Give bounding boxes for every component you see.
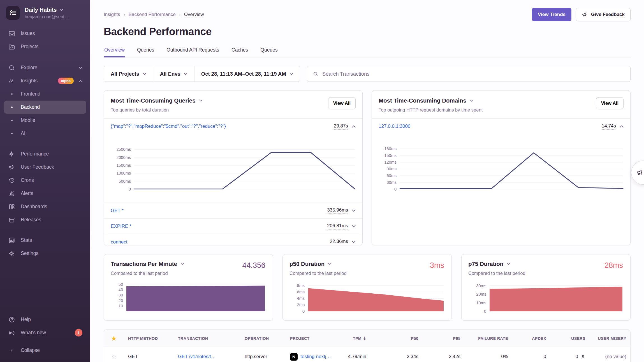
- query-row-expanded: {"map":"?","mapReduce":"$cmd","out":"?",…: [104, 119, 362, 134]
- chevron-down-icon: [184, 73, 187, 75]
- date-range-filter[interactable]: Oct 28, 11:13 AM–Oct 28, 11:19 AM: [194, 66, 300, 82]
- sidebar-item-crons[interactable]: Crons: [4, 174, 86, 187]
- project-filter-label: All Projects: [111, 71, 139, 77]
- breadcrumb: Insights › Backend Performance › Overvie…: [104, 12, 204, 18]
- breadcrumb-insights[interactable]: Insights: [104, 12, 120, 17]
- query-duration: 22.36ms: [330, 239, 348, 245]
- projects-icon: [8, 43, 16, 50]
- alpha-badge: alpha: [58, 78, 74, 84]
- search-input[interactable]: [322, 71, 625, 77]
- search-icon: [313, 71, 318, 77]
- transaction-search[interactable]: [307, 66, 631, 82]
- sidebar-item-performance[interactable]: Performance: [4, 147, 86, 161]
- domain-duration-toggle[interactable]: 14.74s: [602, 123, 624, 130]
- nextjs-platform-icon: N: [290, 353, 298, 361]
- sidebar-item-help[interactable]: Help: [4, 313, 86, 326]
- queries-view-all-button[interactable]: View All: [328, 97, 356, 109]
- view-trends-button[interactable]: View Trends: [532, 8, 571, 21]
- org-email: benjamin.coe@sent…: [25, 14, 69, 19]
- svg-text:20: 20: [119, 298, 123, 303]
- chevron-down-icon: [143, 73, 146, 75]
- svg-text:30ms: 30ms: [476, 284, 486, 288]
- svg-text:30ms: 30ms: [387, 180, 397, 185]
- p75-card-value: 28ms: [604, 261, 623, 270]
- query-duration-toggle[interactable]: 206.81ms: [327, 223, 356, 229]
- queries-duration-chart: 2500ms2000ms1500ms1000ms500ms0: [107, 143, 356, 191]
- query-duration-toggle[interactable]: 335.96ms: [327, 207, 356, 214]
- star-icon[interactable]: ☆: [104, 353, 124, 360]
- sidebar-collapse-button[interactable]: Collapse: [4, 344, 86, 357]
- query-link[interactable]: GET *: [111, 208, 124, 214]
- star-icon[interactable]: ★: [104, 335, 124, 342]
- p75-card-title-group[interactable]: p75 Duration: [468, 261, 624, 267]
- chevron-down-icon: [470, 99, 473, 102]
- project-link[interactable]: testing-nextj…: [300, 354, 331, 359]
- sidebar-item-ai[interactable]: AI: [4, 127, 86, 140]
- user-icon: [580, 354, 585, 359]
- svg-text:500ms: 500ms: [119, 179, 131, 184]
- sidebar-item-whats-new[interactable]: What's new 1: [4, 326, 86, 339]
- p75-duration-card: p75 Duration Compared to the last period…: [461, 254, 631, 321]
- svg-text:20ms: 20ms: [476, 292, 486, 296]
- sidebar-item-projects[interactable]: Projects: [4, 40, 86, 53]
- gear-icon: [8, 250, 16, 257]
- megaphone-icon: [582, 11, 588, 18]
- chevron-down-icon: [352, 225, 356, 228]
- sidebar-item-label: Frontend: [21, 91, 40, 97]
- chevron-up-icon: [79, 80, 82, 82]
- domains-panel-title-group[interactable]: Most Time-Consuming Domains: [379, 97, 483, 104]
- query-link[interactable]: {"map":"?","mapReduce":"$cmd","out":"?",…: [111, 124, 226, 129]
- query-row: EXPIRE * 206.81ms: [104, 218, 362, 234]
- project-filter[interactable]: All Projects: [104, 66, 153, 82]
- p50-card-title-group[interactable]: p50 Duration: [289, 261, 445, 267]
- sidebar-item-backend[interactable]: Backend: [4, 101, 86, 114]
- col-tpm-sort[interactable]: TPM: [339, 336, 370, 341]
- sidebar-item-explore[interactable]: Explore: [4, 61, 86, 74]
- table-header-row: ★ HTTP METHOD TRANSACTION OPERATION PROJ…: [104, 330, 630, 347]
- tab-queues[interactable]: Queues: [260, 45, 278, 57]
- breadcrumb-backend-performance[interactable]: Backend Performance: [129, 12, 176, 17]
- sidebar-item-issues[interactable]: Issues: [4, 27, 86, 40]
- sidebar-item-mobile[interactable]: Mobile: [4, 114, 86, 127]
- sidebar-item-settings[interactable]: Settings: [4, 247, 86, 260]
- chevron-down-icon: [199, 99, 203, 102]
- transactions-per-minute-card: Transactions Per Minute Compared to the …: [104, 254, 273, 321]
- svg-text:6ms: 6ms: [297, 290, 305, 294]
- environment-filter[interactable]: All Envs: [153, 66, 194, 82]
- query-row: connect 22.36ms: [104, 234, 362, 245]
- sidebar-item-frontend[interactable]: Frontend: [4, 87, 86, 101]
- tab-bar: Overview Queries Outbound API Requests C…: [104, 45, 631, 57]
- sidebar-item-insights[interactable]: Insights alpha: [4, 74, 86, 87]
- query-duration-toggle[interactable]: 22.36ms: [330, 239, 356, 245]
- svg-text:8ms: 8ms: [297, 283, 305, 288]
- query-link[interactable]: connect: [111, 239, 128, 245]
- query-duration-toggle[interactable]: 29.87s: [334, 123, 356, 130]
- chevron-down-icon: [289, 73, 293, 75]
- sidebar-item-dashboards[interactable]: Dashboards: [4, 200, 86, 213]
- sidebar-item-label: Projects: [21, 44, 38, 50]
- chevron-down-icon: [352, 209, 356, 212]
- tab-caches[interactable]: Caches: [231, 45, 249, 57]
- tab-queries[interactable]: Queries: [136, 45, 155, 57]
- sidebar-item-label: Releases: [21, 217, 41, 223]
- archive-box-icon: [8, 216, 16, 224]
- sidebar-item-alerts[interactable]: Alerts: [4, 187, 86, 200]
- sidebar-item-stats[interactable]: Stats: [4, 234, 86, 247]
- sidebar-item-releases[interactable]: Releases: [4, 213, 86, 226]
- sidebar-item-user-feedback[interactable]: User Feedback: [4, 161, 86, 174]
- cell-transaction-link[interactable]: GET /v1/notes/t…: [174, 354, 241, 359]
- bar-chart-icon: [8, 237, 16, 244]
- tab-outbound-api-requests[interactable]: Outbound API Requests: [166, 45, 220, 57]
- domain-link[interactable]: 127.0.0.1:3000: [379, 124, 410, 129]
- tab-overview[interactable]: Overview: [104, 45, 125, 57]
- broadcast-icon: [8, 329, 16, 337]
- help-icon: [8, 316, 16, 323]
- queries-panel-title-group[interactable]: Most Time-Consuming Queries: [111, 97, 203, 104]
- query-link[interactable]: EXPIRE *: [111, 224, 131, 229]
- give-feedback-button[interactable]: Give Feedback: [576, 8, 631, 21]
- table-row: ☆ GET GET /v1/notes/t… http.server N tes…: [104, 347, 630, 362]
- org-switcher[interactable]: Daily Habits benjamin.coe@sent…: [4, 6, 86, 20]
- domains-view-all-button[interactable]: View All: [596, 97, 624, 109]
- megaphone-icon: [636, 169, 644, 177]
- cell-apdex: 0: [512, 354, 550, 359]
